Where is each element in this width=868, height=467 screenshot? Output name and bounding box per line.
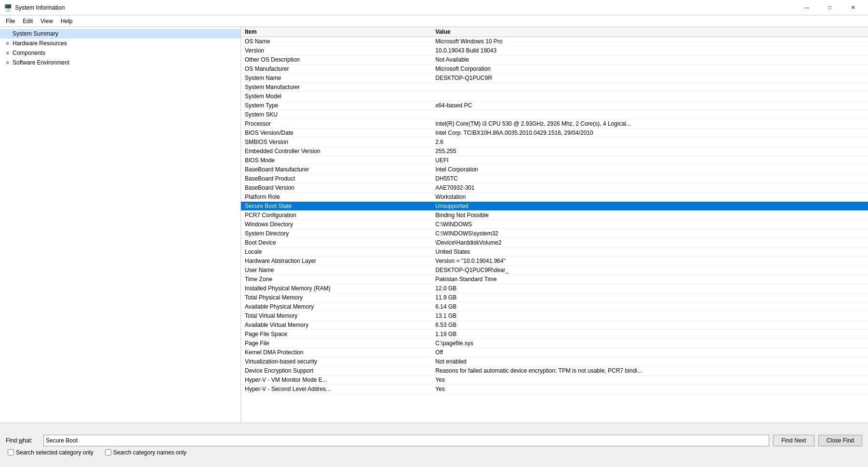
checkbox-category-names[interactable]: Search category names only (105, 449, 187, 456)
sidebar-item-components[interactable]: ⊕ Components (0, 48, 240, 58)
table-row[interactable]: System NameDESKTOP-Q1PUC9R (241, 74, 868, 83)
table-cell-item: Total Physical Memory (241, 293, 431, 302)
checkbox-selected-category[interactable]: Search selected category only (8, 449, 93, 456)
table-cell-value: 2.6 (431, 138, 868, 147)
close-button[interactable]: ✕ (842, 2, 864, 13)
table-row[interactable]: BIOS Version/DateIntel Corp. TCIBX10H.86… (241, 129, 868, 138)
table-row[interactable]: LocaleUnited States (241, 247, 868, 257)
table-row[interactable]: Hyper-V - VM Monitor Mode E...Yes (241, 376, 868, 385)
table-row[interactable]: Total Virtual Memory13.1 GB (241, 311, 868, 321)
table-cell-item: Available Physical Memory (241, 302, 431, 311)
close-find-button[interactable]: Close Find (818, 435, 862, 446)
find-next-button[interactable]: Find Next (773, 435, 814, 446)
table-cell-item: Time Zone (241, 275, 431, 284)
table-cell-item: BaseBoard Manufacturer (241, 165, 431, 174)
table-cell-item: Total Virtual Memory (241, 311, 431, 321)
table-cell-value: C:\WINDOWS (431, 220, 868, 229)
table-cell-item: Virtualization-based security (241, 357, 431, 366)
table-row[interactable]: OS ManufacturerMicrosoft Corporation (241, 65, 868, 74)
table-cell-value: \Device\HarddiskVolume2 (431, 238, 868, 247)
table-cell-item: System Model (241, 92, 431, 101)
table-row[interactable]: ProcessorIntel(R) Core(TM) i3 CPU 530 @ … (241, 119, 868, 129)
table-row[interactable]: SMBIOS Version2.6 (241, 138, 868, 147)
checkbox-category-names-input[interactable] (105, 449, 111, 455)
table-row[interactable]: Kernel DMA ProtectionOff (241, 348, 868, 357)
table-row[interactable]: OS NameMicrosoft Windows 10 Pro (241, 37, 868, 46)
minimize-button[interactable]: — (796, 2, 818, 13)
table-row[interactable]: Boot Device\Device\HarddiskVolume2 (241, 238, 868, 247)
sidebar-item-hardware-resources[interactable]: ⊕ Hardware Resources (0, 39, 240, 48)
table-cell-value (431, 110, 868, 119)
table-row[interactable]: System Model (241, 92, 868, 101)
table-cell-value: Not Available (431, 55, 868, 65)
sidebar-item-software-environment[interactable]: ⊕ Software Environment (0, 58, 240, 67)
table-row[interactable]: Other OS DescriptionNot Available (241, 55, 868, 65)
table-row[interactable]: Device Encryption SupportReasons for fai… (241, 366, 868, 376)
table-cell-value: 12.0 GB (431, 284, 868, 293)
col-value: Value (431, 27, 868, 37)
table-cell-item: BaseBoard Product (241, 174, 431, 183)
table-row[interactable]: Page File Space1.19 GB (241, 330, 868, 339)
table-cell-value: C:\pagefile.sys (431, 339, 868, 348)
title-bar-left: 🖥️ System Information (4, 4, 65, 12)
table-row[interactable]: System Typex64-based PC (241, 101, 868, 110)
menu-view[interactable]: View (37, 17, 57, 26)
sidebar: System Summary ⊕ Hardware Resources ⊕ Co… (0, 27, 241, 423)
find-input[interactable] (43, 435, 769, 446)
find-row: Find what: Find Next Close Find (6, 435, 862, 446)
checkbox-selected-category-input[interactable] (8, 449, 14, 455)
table-row[interactable]: Available Physical Memory6.14 GB (241, 302, 868, 311)
table-row[interactable]: PCR7 ConfigurationBinding Not Possible (241, 211, 868, 220)
sidebar-item-system-summary[interactable]: System Summary (0, 29, 240, 39)
table-cell-item: System Type (241, 101, 431, 110)
table-row[interactable]: Installed Physical Memory (RAM)12.0 GB (241, 284, 868, 293)
table-row[interactable]: Total Physical Memory11.9 GB (241, 293, 868, 302)
table-row[interactable]: System DirectoryC:\WINDOWS\system32 (241, 229, 868, 238)
table-row[interactable]: Time ZonePakistan Standard Time (241, 275, 868, 284)
table-row[interactable]: Windows DirectoryC:\WINDOWS (241, 220, 868, 229)
table-cell-item: OS Name (241, 37, 431, 46)
table-cell-item: SMBIOS Version (241, 138, 431, 147)
table-row[interactable]: User NameDESKTOP-Q1PUC9R\dear_ (241, 266, 868, 275)
table-row[interactable]: Virtualization-based securityNot enabled (241, 357, 868, 366)
info-table: Item Value OS NameMicrosoft Windows 10 P… (241, 27, 868, 394)
table-cell-item: BaseBoard Version (241, 183, 431, 193)
table-row[interactable]: Secure Boot StateUnsupported (241, 202, 868, 211)
table-cell-item: Page File (241, 339, 431, 348)
table-cell-item: Embedded Controller Version (241, 147, 431, 156)
table-cell-item: System Manufacturer (241, 83, 431, 92)
table-cell-item: Platform Role (241, 193, 431, 202)
window-controls: — □ ✕ (796, 2, 864, 13)
menu-file[interactable]: File (2, 17, 19, 26)
table-row[interactable]: System SKU (241, 110, 868, 119)
table-row[interactable]: Page FileC:\pagefile.sys (241, 339, 868, 348)
table-cell-value: 1.19 GB (431, 330, 868, 339)
sidebar-label-software-environment: Software Environment (13, 59, 69, 66)
table-row[interactable]: BIOS ModeUEFI (241, 156, 868, 165)
table-row[interactable]: Hardware Abstraction LayerVersion = "10.… (241, 257, 868, 266)
table-row[interactable]: Hyper-V - Second Level Addres...Yes (241, 385, 868, 394)
table-row[interactable]: BaseBoard VersionAAE70932-301 (241, 183, 868, 193)
table-row[interactable]: System Manufacturer (241, 83, 868, 92)
maximize-button[interactable]: □ (819, 2, 841, 13)
menu-help[interactable]: Help (57, 17, 77, 26)
table-cell-value: DESKTOP-Q1PUC9R (431, 74, 868, 83)
table-row[interactable]: Platform RoleWorkstation (241, 193, 868, 202)
table-cell-value: Microsoft Corporation (431, 65, 868, 74)
table-cell-value: Pakistan Standard Time (431, 275, 868, 284)
table-cell-item: Version (241, 46, 431, 55)
table-row[interactable]: BaseBoard ProductDH55TC (241, 174, 868, 183)
table-row[interactable]: BaseBoard ManufacturerIntel Corporation (241, 165, 868, 174)
menu-edit[interactable]: Edit (19, 17, 37, 26)
table-cell-item: System Name (241, 74, 431, 83)
table-cell-value (431, 92, 868, 101)
table-cell-item: User Name (241, 266, 431, 275)
sidebar-label-components: Components (13, 50, 45, 56)
table-row[interactable]: Available Virtual Memory6.53 GB (241, 321, 868, 330)
table-cell-value: DESKTOP-Q1PUC9R\dear_ (431, 266, 868, 275)
table-cell-item: Locale (241, 247, 431, 257)
table-cell-item: Hyper-V - Second Level Addres... (241, 385, 431, 394)
table-row[interactable]: Version10.0.19043 Build 19043 (241, 46, 868, 55)
table-row[interactable]: Embedded Controller Version255.255 (241, 147, 868, 156)
find-bar: Find what: Find Next Close Find Search s… (0, 423, 868, 467)
